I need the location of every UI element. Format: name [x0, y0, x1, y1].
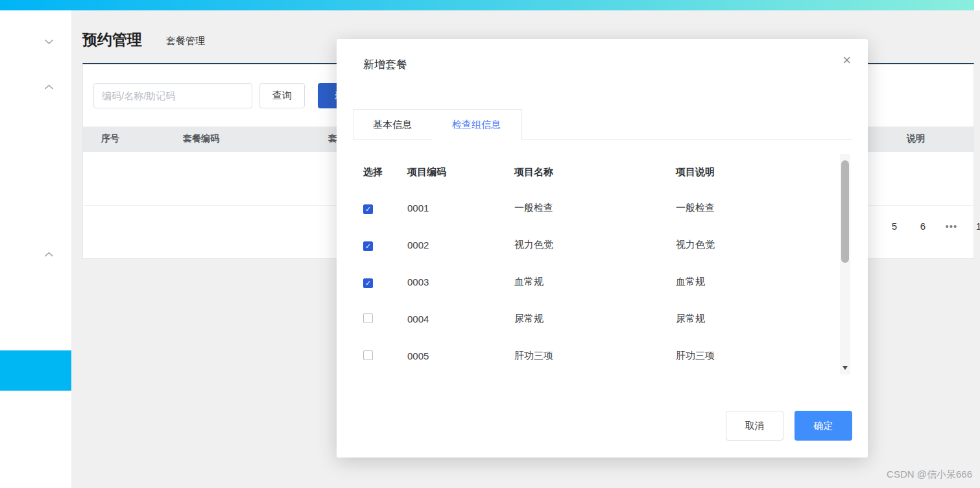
item-name: 肝功三项	[514, 350, 676, 362]
sidebar	[0, 10, 71, 488]
watermark: CSDN @信小呆666	[887, 469, 972, 481]
exam-item-row: 0003 血常规 血常规	[337, 263, 836, 300]
item-code: 0004	[407, 313, 514, 324]
page-subtitle[interactable]: 套餐管理	[166, 35, 205, 47]
confirm-button[interactable]: 确定	[795, 411, 852, 441]
select-checkbox[interactable]	[363, 241, 373, 251]
scroll-down-icon[interactable]	[843, 366, 848, 370]
item-code: 0003	[407, 276, 514, 287]
pagination-page[interactable]: 1	[970, 218, 980, 235]
col-item-code: 项目编码	[407, 166, 514, 178]
item-desc: 血常规	[676, 276, 836, 288]
item-desc: 尿常规	[676, 313, 836, 325]
top-accent-bar	[0, 0, 974, 10]
exam-items-body: 0001 一般检查 一般检查 0002 视力色觉 视力色觉 0003 血常规 血…	[337, 189, 836, 374]
cancel-button[interactable]: 取消	[726, 411, 783, 441]
query-button[interactable]: 查询	[259, 83, 305, 108]
chevron-up-icon[interactable]	[44, 84, 54, 90]
item-name: 血常规	[514, 276, 676, 288]
modal-scrollbar[interactable]	[840, 154, 850, 374]
item-code: 0005	[407, 350, 514, 361]
item-name: 视力色觉	[514, 239, 676, 251]
col-serial: 序号	[101, 133, 119, 145]
tab-basic-info[interactable]: 基本信息	[353, 109, 432, 140]
item-desc: 视力色觉	[676, 239, 836, 251]
exam-items-header: 选择 项目编码 项目名称 项目说明	[337, 162, 836, 182]
page-title: 预约管理	[82, 30, 142, 50]
modal-tabs: 基本信息 检查组信息	[353, 109, 852, 140]
col-select: 选择	[363, 166, 407, 178]
item-name: 一般检查	[514, 202, 676, 214]
sidebar-active-item[interactable]	[0, 350, 71, 391]
pagination-page[interactable]: 6	[914, 218, 931, 235]
exam-item-row: 0004 尿常规 尿常规	[337, 300, 836, 337]
exam-item-row: 0005 肝功三项 肝功三项	[337, 337, 836, 374]
chevron-down-icon[interactable]	[44, 39, 54, 45]
item-name: 尿常规	[514, 313, 676, 325]
col-item-name: 项目名称	[514, 166, 676, 178]
app-root: 预约管理 套餐管理 查询 新增 序号 套餐编码 套餐名称 说明 5 6 ••• …	[0, 0, 980, 488]
select-checkbox[interactable]	[363, 313, 373, 323]
add-package-modal: 新增套餐 × 基本信息 检查组信息 选择 项目编码 项目名称 项目说明 0001…	[337, 39, 868, 458]
select-checkbox[interactable]	[363, 350, 373, 360]
select-checkbox[interactable]	[363, 204, 373, 214]
modal-title: 新增套餐	[363, 57, 407, 72]
tab-checkgroup-info[interactable]: 检查组信息	[431, 109, 522, 140]
search-input[interactable]	[93, 83, 252, 108]
item-desc: 一般检查	[676, 202, 836, 214]
pagination-page[interactable]: 5	[886, 218, 903, 235]
select-checkbox[interactable]	[363, 278, 373, 288]
close-icon[interactable]: ×	[843, 53, 851, 67]
exam-item-row: 0001 一般检查 一般检查	[337, 189, 836, 226]
col-item-desc: 项目说明	[676, 166, 836, 178]
pagination-ellipsis[interactable]: •••	[942, 218, 961, 235]
exam-item-row: 0002 视力色觉 视力色觉	[337, 226, 836, 263]
scrollbar-thumb[interactable]	[841, 160, 849, 263]
item-code: 0002	[407, 239, 514, 250]
item-desc: 肝功三项	[676, 350, 836, 362]
col-remark: 说明	[907, 133, 925, 145]
col-code: 套餐编码	[183, 133, 219, 145]
item-code: 0001	[407, 202, 514, 214]
chevron-up-icon[interactable]	[44, 252, 54, 258]
